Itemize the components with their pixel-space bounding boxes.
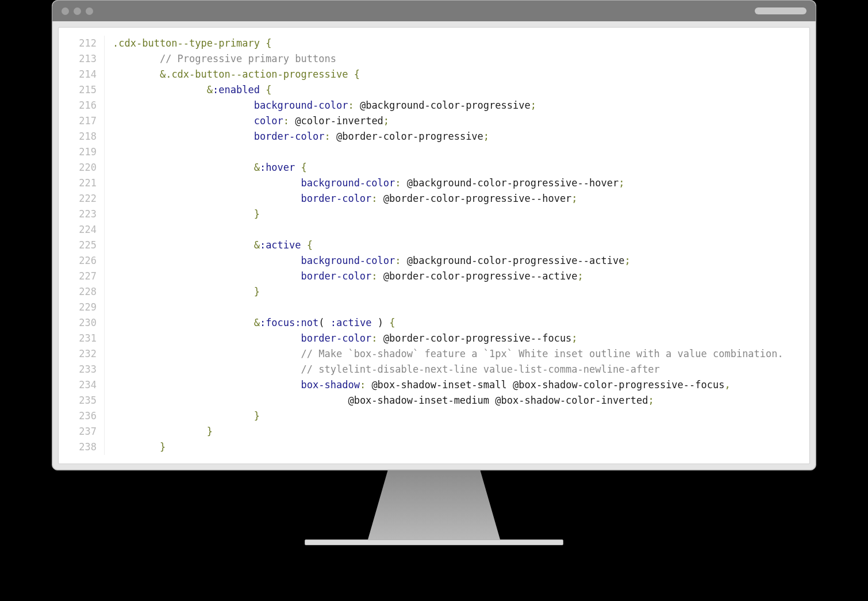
line-number: 225 xyxy=(59,238,105,253)
code-line[interactable]: 228 } xyxy=(59,284,809,300)
line-number: 227 xyxy=(59,269,105,284)
line-content[interactable]: } xyxy=(105,284,260,300)
token-pseudo: :active xyxy=(331,317,372,328)
token-prop: background-color xyxy=(301,255,395,266)
line-content[interactable]: } xyxy=(105,439,166,455)
line-content[interactable]: &:focus:not( :active ) { xyxy=(105,315,395,331)
code-line[interactable]: 236 } xyxy=(59,408,809,424)
line-content[interactable]: &.cdx-button--action-progressive { xyxy=(105,67,360,82)
line-content[interactable]: &:enabled { xyxy=(105,82,271,98)
line-content[interactable]: background-color: @background-color-prog… xyxy=(105,98,536,113)
token-prop: box-shadow xyxy=(301,379,360,391)
code-line[interactable]: 219 xyxy=(59,144,809,160)
line-content[interactable]: box-shadow: @box-shadow-inset-small @box… xyxy=(105,377,731,393)
token-var: @border-color-progressive xyxy=(336,131,483,142)
code-line[interactable]: 216 background-color: @background-color-… xyxy=(59,98,809,113)
token-punct: : xyxy=(324,131,330,142)
token-punct: } xyxy=(207,426,213,437)
line-content[interactable]: border-color: @border-color-progressive-… xyxy=(105,269,583,284)
line-content[interactable]: } xyxy=(105,424,213,439)
code-editor[interactable]: 212.cdx-button--type-primary {213 // Pro… xyxy=(58,27,810,464)
token-prop: border-color xyxy=(301,193,372,204)
token-plain: ( xyxy=(318,317,330,328)
code-line[interactable]: 233 // stylelint-disable-next-line value… xyxy=(59,362,809,377)
line-number: 231 xyxy=(59,331,105,346)
code-line[interactable]: 218 border-color: @border-color-progress… xyxy=(59,129,809,144)
line-content[interactable]: color: @color-inverted; xyxy=(105,113,389,129)
monitor-frame: 212.cdx-button--type-primary {213 // Pro… xyxy=(52,0,816,470)
code-line[interactable]: 237 } xyxy=(59,424,809,439)
token-punct: : xyxy=(371,270,377,282)
line-number: 217 xyxy=(59,113,105,129)
token-var: @box-shadow-inset-medium xyxy=(348,395,489,406)
token-comment: // Make `box-shadow` feature a `1px` Whi… xyxy=(301,348,783,359)
code-line[interactable]: 226 background-color: @background-color-… xyxy=(59,253,809,269)
close-icon[interactable] xyxy=(62,7,69,15)
token-pseudo: :not xyxy=(295,317,318,328)
line-content[interactable]: // Progressive primary buttons xyxy=(105,51,336,67)
line-content[interactable]: // stylelint-disable-next-line value-lis… xyxy=(105,362,660,377)
code-line[interactable]: 221 background-color: @background-color-… xyxy=(59,175,809,191)
line-number: 224 xyxy=(59,222,105,238)
line-content[interactable]: background-color: @background-color-prog… xyxy=(105,253,631,269)
token-prop: background-color xyxy=(301,177,395,189)
token-prop: border-color xyxy=(254,131,325,142)
code-line[interactable]: 229 xyxy=(59,300,809,315)
code-line[interactable]: 225 &:active { xyxy=(59,238,809,253)
token-var: @box-shadow-color-progressive--focus xyxy=(513,379,724,391)
token-punct: { xyxy=(354,68,360,80)
token-prop: color xyxy=(254,115,283,127)
code-line[interactable]: 234 box-shadow: @box-shadow-inset-small … xyxy=(59,377,809,393)
token-prop: border-color xyxy=(301,270,372,282)
line-number: 219 xyxy=(59,144,105,160)
code-line[interactable]: 232 // Make `box-shadow` feature a `1px`… xyxy=(59,346,809,362)
code-line[interactable]: 227 border-color: @border-color-progress… xyxy=(59,269,809,284)
line-content[interactable]: } xyxy=(105,206,260,222)
line-content[interactable]: .cdx-button--type-primary { xyxy=(105,36,271,51)
line-content[interactable]: &:hover { xyxy=(105,160,307,175)
code-line[interactable]: 214 &.cdx-button--action-progressive { xyxy=(59,67,809,82)
maximize-icon[interactable] xyxy=(86,7,93,15)
token-plain xyxy=(331,131,336,142)
code-line[interactable]: 220 &:hover { xyxy=(59,160,809,175)
line-number: 218 xyxy=(59,129,105,144)
line-content[interactable]: border-color: @border-color-progressive-… xyxy=(105,191,578,206)
token-plain xyxy=(348,68,354,80)
token-plain xyxy=(260,84,266,95)
line-content[interactable]: &:active { xyxy=(105,238,313,253)
code-line[interactable]: 222 border-color: @border-color-progress… xyxy=(59,191,809,206)
code-line[interactable]: 213 // Progressive primary buttons xyxy=(59,51,809,67)
token-plain xyxy=(260,37,266,49)
minimize-icon[interactable] xyxy=(74,7,81,15)
line-content[interactable]: border-color: @border-color-progressive-… xyxy=(105,331,578,346)
token-pseudo: :focus xyxy=(260,317,295,328)
line-number: 233 xyxy=(59,362,105,377)
line-content[interactable]: } xyxy=(105,408,260,424)
code-line[interactable]: 230 &:focus:not( :active ) { xyxy=(59,315,809,331)
token-punct: { xyxy=(389,317,395,328)
code-line[interactable]: 235 @box-shadow-inset-medium @box-shadow… xyxy=(59,393,809,408)
code-line[interactable]: 238 } xyxy=(59,439,809,455)
token-sel: .cdx-button--action-progressive xyxy=(166,68,348,80)
line-number: 223 xyxy=(59,206,105,222)
token-punct: : xyxy=(371,332,377,344)
line-content[interactable]: // Make `box-shadow` feature a `1px` Whi… xyxy=(105,346,783,362)
token-punct: { xyxy=(307,239,313,251)
line-content[interactable]: @box-shadow-inset-medium @box-shadow-col… xyxy=(105,393,654,408)
token-amp: & xyxy=(207,84,213,95)
code-line[interactable]: 217 color: @color-inverted; xyxy=(59,113,809,129)
line-number: 215 xyxy=(59,82,105,98)
titlebar-handle xyxy=(755,7,806,14)
token-var: @border-color-progressive--active xyxy=(383,270,578,282)
token-punct: ; xyxy=(624,255,630,266)
code-line[interactable]: 224 xyxy=(59,222,809,238)
token-punct: : xyxy=(360,379,366,391)
line-content[interactable]: background-color: @background-color-prog… xyxy=(105,175,625,191)
line-number: 214 xyxy=(59,67,105,82)
code-line[interactable]: 212.cdx-button--type-primary { xyxy=(59,36,809,51)
code-line[interactable]: 215 &:enabled { xyxy=(59,82,809,98)
code-line[interactable]: 231 border-color: @border-color-progress… xyxy=(59,331,809,346)
code-line[interactable]: 223 } xyxy=(59,206,809,222)
line-content[interactable]: border-color: @border-color-progressive; xyxy=(105,129,489,144)
line-number: 222 xyxy=(59,191,105,206)
